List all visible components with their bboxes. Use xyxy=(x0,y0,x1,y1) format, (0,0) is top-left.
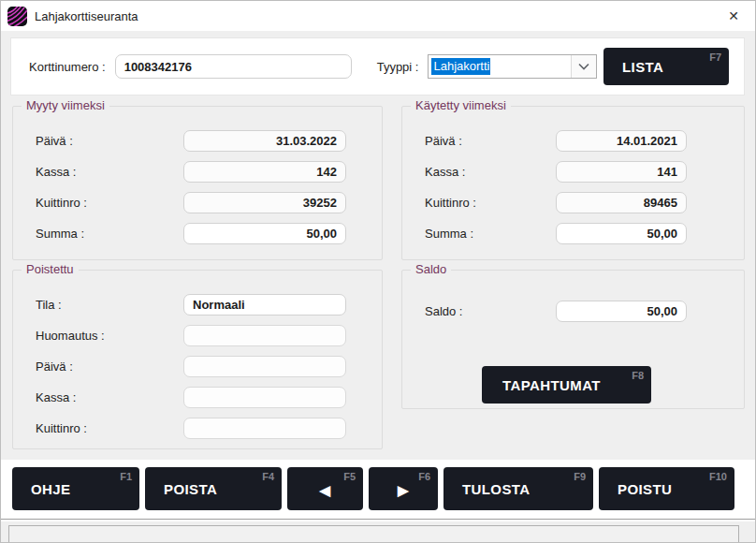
title-bar: Lahjakorttiseuranta ✕ xyxy=(1,1,755,31)
field-label: Kassa : xyxy=(425,165,556,179)
field-row: Kuittinro : xyxy=(36,418,382,439)
field-row: Kassa : xyxy=(36,161,382,183)
balance-input[interactable] xyxy=(556,301,687,322)
field-label: Saldo : xyxy=(425,304,556,318)
group-removed: Poistettu Tila : Huomautus : Päivä : Kas… xyxy=(12,270,383,449)
tapahtumat-button[interactable]: TAPAHTUMAT F8 xyxy=(482,366,651,404)
poistu-button[interactable]: POISTU F10 xyxy=(599,467,734,510)
lista-button[interactable]: LISTA F7 xyxy=(603,48,729,85)
field-label: Kuittinro : xyxy=(425,196,556,210)
group-balance-title: Saldo xyxy=(411,262,451,276)
removed-note-input[interactable] xyxy=(183,325,346,346)
field-row: Kassa : xyxy=(425,161,744,183)
sold-amount-input[interactable] xyxy=(183,223,346,244)
next-fkey-badge: F6 xyxy=(418,471,430,482)
field-row: Huomautus : xyxy=(36,325,382,346)
status-bar xyxy=(8,525,739,542)
tulosta-button[interactable]: TULOSTA F9 xyxy=(443,467,593,510)
chevron-down-icon xyxy=(578,63,589,70)
next-card-button[interactable]: ▶ F6 xyxy=(369,467,438,510)
ohje-button-label: OHJE xyxy=(18,481,70,497)
type-label: Tyyppi : xyxy=(377,60,419,74)
ohje-button[interactable]: OHJE F1 xyxy=(12,467,139,510)
field-label: Päivä : xyxy=(36,360,183,374)
group-sold-rows: Päivä : Kassa : Kuittinro : Summa : xyxy=(13,107,382,244)
poista-fkey-badge: F4 xyxy=(262,471,274,482)
used-date-input[interactable] xyxy=(556,130,687,152)
footer-divider xyxy=(1,519,755,521)
field-row: Kassa : xyxy=(36,387,382,408)
type-selected-value: Lahjakortti xyxy=(431,58,490,75)
field-row: Saldo : xyxy=(425,301,744,322)
sold-receipt-input[interactable] xyxy=(183,192,346,213)
tapahtumat-button-label: TAPAHTUMAT xyxy=(487,377,601,393)
used-amount-input[interactable] xyxy=(556,223,687,244)
field-label: Päivä : xyxy=(425,134,556,148)
previous-card-button[interactable]: ◀ F5 xyxy=(287,467,363,510)
group-balance-rows: Saldo : xyxy=(402,271,744,322)
search-panel: Korttinumero : Tyyppi : Lahjakortti LIST… xyxy=(10,37,745,95)
poistu-button-label: POISTU xyxy=(604,481,672,497)
ohje-fkey-badge: F1 xyxy=(120,471,132,482)
sold-date-input[interactable] xyxy=(183,130,346,152)
lista-fkey-badge: F7 xyxy=(709,51,721,63)
group-sold-last: Myyty viimeksi Päivä : Kassa : Kuittinro… xyxy=(12,106,383,260)
removed-receipt-input[interactable] xyxy=(183,418,346,439)
field-row: Summa : xyxy=(425,223,744,244)
lista-button-label: LISTA xyxy=(609,59,663,75)
field-row: Summa : xyxy=(36,223,382,244)
field-row: Kuittinro : xyxy=(36,192,382,213)
card-number-input[interactable] xyxy=(115,54,352,79)
group-used-last-title: Käytetty viimeksi xyxy=(411,98,511,112)
window-title: Lahjakorttiseuranta xyxy=(35,9,138,23)
field-label: Summa : xyxy=(36,227,183,241)
field-label: Summa : xyxy=(425,227,556,241)
group-removed-rows: Tila : Huomautus : Päivä : Kassa : Kuitt… xyxy=(13,271,382,439)
poistu-fkey-badge: F10 xyxy=(709,471,727,482)
card-number-label: Korttinumero : xyxy=(29,60,106,74)
type-select-dropdown-button[interactable] xyxy=(571,55,596,78)
field-row: Kuittinro : xyxy=(425,192,744,213)
removed-status-input[interactable] xyxy=(183,294,346,316)
tulosta-button-label: TULOSTA xyxy=(449,481,531,497)
group-balance: Saldo Saldo : TAPAHTUMAT F8 xyxy=(401,270,745,409)
field-row: Päivä : xyxy=(36,356,382,377)
field-row: Päivä : xyxy=(36,130,382,152)
tulosta-fkey-badge: F9 xyxy=(574,471,586,482)
poista-button-label: POISTA xyxy=(151,481,217,497)
sold-register-input[interactable] xyxy=(183,161,346,183)
group-sold-last-title: Myyty viimeksi xyxy=(22,98,109,112)
field-label: Tila : xyxy=(36,298,183,312)
used-register-input[interactable] xyxy=(556,161,687,183)
removed-date-input[interactable] xyxy=(183,356,346,377)
type-select-value-area: Lahjakortti xyxy=(429,55,571,78)
prev-fkey-badge: F5 xyxy=(343,471,356,482)
group-used-last: Käytetty viimeksi Päivä : Kassa : Kuitti… xyxy=(401,106,745,260)
field-label: Kassa : xyxy=(36,165,183,179)
field-label: Huomautus : xyxy=(36,329,183,343)
poista-button[interactable]: POISTA F4 xyxy=(145,467,282,510)
arrow-left-icon: ◀ xyxy=(320,481,331,497)
group-removed-title: Poistettu xyxy=(22,262,79,276)
field-label: Kassa : xyxy=(36,390,183,404)
used-receipt-input[interactable] xyxy=(556,192,687,213)
removed-register-input[interactable] xyxy=(183,387,346,408)
app-logo-icon xyxy=(7,7,27,26)
tapahtumat-fkey-badge: F8 xyxy=(632,370,644,381)
field-label: Kuittinro : xyxy=(36,421,183,435)
field-row: Tila : xyxy=(36,294,382,316)
app-window: Lahjakorttiseuranta ✕ Korttinumero : Tyy… xyxy=(0,0,756,543)
field-label: Päivä : xyxy=(36,134,183,148)
type-select[interactable]: Lahjakortti xyxy=(428,54,597,79)
field-label: Kuittinro : xyxy=(36,196,183,210)
arrow-right-icon: ▶ xyxy=(398,481,409,497)
close-icon[interactable]: ✕ xyxy=(718,3,749,29)
footer-button-bar: OHJE F1 POISTA F4 ◀ F5 ▶ F6 TULOSTA F9 P… xyxy=(1,460,755,520)
group-used-rows: Päivä : Kassa : Kuittinro : Summa : xyxy=(402,107,744,244)
field-row: Päivä : xyxy=(425,130,744,152)
